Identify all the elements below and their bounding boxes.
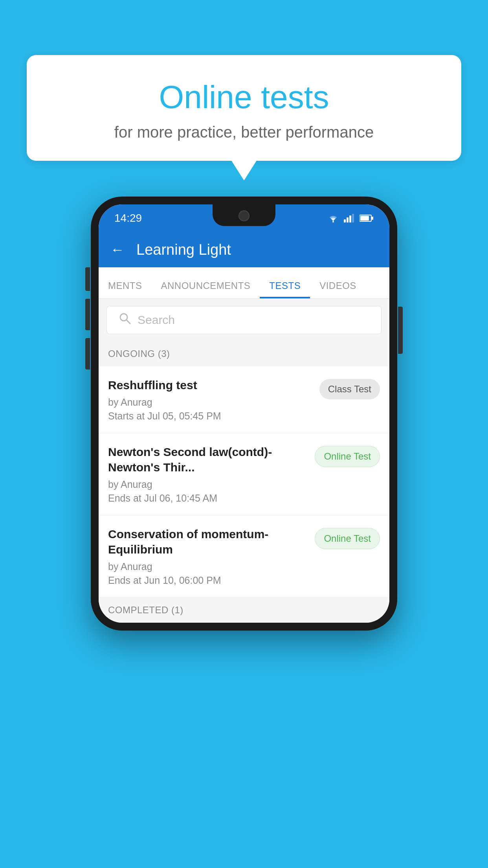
mute-button <box>85 338 90 370</box>
svg-rect-7 <box>372 217 373 220</box>
test-date: Ends at Jul 06, 10:45 AM <box>108 493 307 504</box>
svg-rect-6 <box>360 216 369 221</box>
test-item-content: Newton's Second law(contd)-Newton's Thir… <box>108 444 315 504</box>
svg-rect-3 <box>349 215 351 223</box>
test-item-content: Conservation of momentum-Equilibrium by … <box>108 526 315 586</box>
test-name: Reshuffling test <box>108 377 312 393</box>
tab-announcements[interactable]: ANNOUNCEMENTS <box>152 280 260 298</box>
battery-icon <box>360 214 374 222</box>
app-bar: ← Learning Light <box>99 232 389 267</box>
svg-point-0 <box>332 221 334 223</box>
status-icons <box>327 214 374 223</box>
test-author: by Anurag <box>108 561 307 572</box>
notch <box>213 204 275 226</box>
volume-up-button <box>85 267 90 291</box>
tab-tests[interactable]: TESTS <box>260 280 310 298</box>
test-list: Reshuffling test by Anurag Starts at Jul… <box>99 366 389 598</box>
camera-dot <box>238 210 250 221</box>
test-item-content: Reshuffling test by Anurag Starts at Jul… <box>108 377 319 422</box>
test-item[interactable]: Conservation of momentum-Equilibrium by … <box>99 515 389 598</box>
phone-screen: 14:29 <box>99 204 389 623</box>
completed-section-header: COMPLETED (1) <box>99 598 389 623</box>
volume-down-button <box>85 299 90 330</box>
test-author: by Anurag <box>108 397 312 408</box>
app-title: Learning Light <box>136 241 231 258</box>
search-icon <box>119 312 131 328</box>
status-time: 14:29 <box>114 212 142 224</box>
test-author: by Anurag <box>108 479 307 490</box>
power-button <box>398 307 403 354</box>
search-container: Search <box>99 299 389 341</box>
tab-ments[interactable]: MENTS <box>99 280 152 298</box>
search-bar[interactable]: Search <box>106 306 382 334</box>
test-badge-online: Online Test <box>315 528 380 549</box>
svg-rect-4 <box>352 214 354 223</box>
test-name: Newton's Second law(contd)-Newton's Thir… <box>108 444 307 475</box>
phone-frame: 14:29 <box>91 197 397 631</box>
bubble-subtitle: for more practice, better performance <box>46 123 442 141</box>
status-bar: 14:29 <box>99 204 389 232</box>
speech-bubble: Online tests for more practice, better p… <box>27 55 461 161</box>
test-item[interactable]: Reshuffling test by Anurag Starts at Jul… <box>99 366 389 433</box>
search-placeholder: Search <box>138 313 175 327</box>
back-button[interactable]: ← <box>110 241 125 258</box>
test-badge-class: Class Test <box>319 379 380 399</box>
test-badge-online: Online Test <box>315 446 380 467</box>
phone-container: 14:29 <box>91 197 397 631</box>
svg-rect-1 <box>344 219 346 223</box>
svg-line-9 <box>127 320 130 324</box>
ongoing-section-header: ONGOING (3) <box>99 341 389 366</box>
test-item[interactable]: Newton's Second law(contd)-Newton's Thir… <box>99 433 389 515</box>
tab-videos[interactable]: VIDEOS <box>310 280 366 298</box>
signal-icon <box>344 214 355 223</box>
bubble-title: Online tests <box>46 79 442 116</box>
test-date: Ends at Jun 10, 06:00 PM <box>108 575 307 586</box>
tabs-bar: MENTS ANNOUNCEMENTS TESTS VIDEOS <box>99 267 389 299</box>
test-date: Starts at Jul 05, 05:45 PM <box>108 410 312 422</box>
svg-rect-2 <box>347 217 349 223</box>
test-name: Conservation of momentum-Equilibrium <box>108 526 307 557</box>
wifi-icon <box>327 214 339 223</box>
